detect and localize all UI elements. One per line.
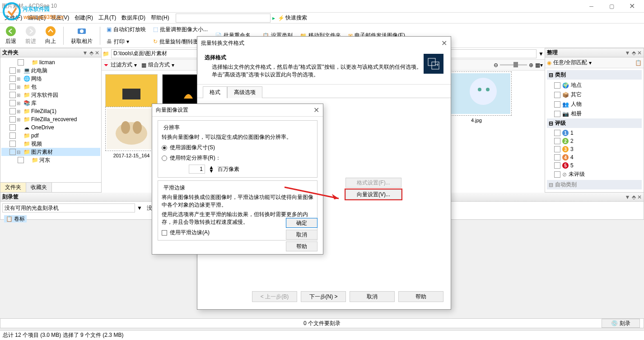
group-mode[interactable]: 组合方式	[148, 61, 170, 69]
svg-point-4	[26, 26, 36, 36]
smooth-legend: 平滑边缘	[162, 184, 187, 192]
quick-search[interactable]: ⚡快速搜索	[278, 14, 307, 22]
tab-format[interactable]: 格式	[203, 86, 227, 98]
search-go-icon[interactable]: ▸	[272, 15, 275, 21]
panel-pin-icon[interactable]: ▼ ⬘ ✕	[82, 50, 99, 56]
rating-item-5[interactable]: 55	[547, 161, 642, 170]
svg-point-9	[470, 78, 497, 105]
match-icon: ◉	[547, 60, 551, 66]
path-dropdown-icon[interactable]: ▼	[538, 51, 544, 57]
status-bar: 总计 12 个项目 (3.0 MB) 选择了 9 个文件 (2.3 MB)	[0, 330, 644, 340]
tree-item-7[interactable]: ⊞📁FileZilla_recovered	[1, 115, 100, 123]
menu-tools[interactable]: 工具(T)	[96, 14, 119, 22]
minimize-button[interactable]: ─	[581, 0, 602, 13]
group-icon: ▦	[141, 62, 146, 68]
maximize-button[interactable]: ▢	[602, 0, 622, 13]
zoom-out-icon[interactable]: ⊖	[494, 62, 498, 68]
tree-item-6[interactable]: ⊞📁FileZilla(1)	[1, 107, 100, 115]
rating-item-2[interactable]: 22	[547, 137, 642, 145]
batch-wizard-icon	[424, 54, 443, 74]
svg-point-3	[6, 26, 16, 36]
batch-header-desc1: 选择输出文件的文件格式，然后单击"格式设置"按钮，以更改与该格式关联的任何选项。	[205, 63, 424, 71]
burner-combo[interactable]: 没有可用的光盘刻录机	[2, 203, 135, 212]
tree-item-8[interactable]: ☁OneDrive	[1, 123, 100, 132]
thumb-image-puppy[interactable]: 2017-12-15_164	[105, 107, 158, 158]
filter-mode[interactable]: 过滤方式	[111, 61, 132, 69]
radio-use-specific[interactable]: 使用特定分辨率(R)：	[162, 154, 313, 162]
batch-help-button[interactable]: 帮助	[398, 291, 443, 302]
cat-group-auto[interactable]: ⊟自动类别	[547, 180, 642, 189]
svg-point-7	[80, 29, 84, 33]
tree-item-2[interactable]: ⊞🌐网络	[1, 75, 100, 83]
category-item-0[interactable]: 🌍地点	[547, 80, 642, 90]
batch-close-button[interactable]: ✕	[441, 39, 447, 47]
cat-group-category[interactable]: ⊟类别	[547, 70, 642, 80]
view-mode-icon[interactable]: ▦▾	[535, 62, 543, 68]
tab-favorites[interactable]: 收藏夹	[26, 183, 52, 192]
category-item-1[interactable]: 📦其它	[547, 90, 642, 99]
path-folder-icon: 📁	[103, 51, 109, 57]
vector-ok-button[interactable]: 确定	[286, 218, 317, 228]
up-button[interactable]: 向上	[42, 25, 60, 46]
burn-button[interactable]: 💿刻录	[602, 319, 640, 328]
burn-label-tag[interactable]: 📋 卷标	[4, 215, 27, 222]
auto-slideshow-button[interactable]: ▣自动幻灯放映	[104, 25, 149, 34]
vector-cancel-button[interactable]: 取消	[286, 230, 317, 240]
tree-item-11[interactable]: ⊟📁图片素材	[1, 148, 100, 156]
tree-item-5[interactable]: ⊞📚库	[1, 99, 100, 107]
menu-help[interactable]: 帮助(H)	[148, 14, 172, 22]
thumb-image-4[interactable]: 4.jpg	[450, 71, 503, 123]
tree-item-0[interactable]: 📁licman	[1, 58, 100, 66]
new-category-icon[interactable]: 📋	[635, 60, 642, 66]
cat-unrated[interactable]: ⊘未评级	[547, 170, 642, 179]
batch-header-desc2: 单击"高级选项"选项卡以设置此向导的选项。	[205, 71, 424, 79]
format-settings-button: 格式设置(F)...	[345, 178, 401, 188]
megapixel-label: 百万像素	[218, 165, 239, 173]
organize-title: 整理	[547, 49, 625, 57]
svg-point-5	[46, 26, 56, 36]
cat-group-rating[interactable]: ⊟评级	[547, 118, 642, 128]
batch-cancel-button[interactable]: 取消	[350, 291, 395, 302]
category-item-2[interactable]: 👥人物	[547, 99, 642, 109]
forward-button[interactable]: 前进	[22, 25, 40, 46]
spin-down[interactable]: ▼	[209, 169, 214, 173]
title-bar: 图片素材 - ACDSee 10 ─ ▢ ✕	[0, 0, 644, 13]
rating-item-3[interactable]: 33	[547, 145, 642, 153]
category-item-3[interactable]: 📷相册	[547, 109, 642, 118]
match-mode[interactable]: 任意/全部匹配	[553, 59, 587, 66]
batch-resize-button[interactable]: ⬚批量调整图像大小...	[150, 25, 210, 34]
folder-panel: 文件夹 ▼ ⬘ ✕ 📁licman⊞💻此电脑⊞🌐网络⊞📁包⊞📁河东软件园⊞📚库⊞…	[0, 48, 102, 193]
menu-database[interactable]: 数据库(D)	[119, 14, 148, 22]
tree-item-3[interactable]: ⊞📁包	[1, 83, 100, 91]
radio-use-source[interactable]: 使用源图像尺寸(S)	[162, 144, 313, 151]
category-tree: ⊟类别 🌍地点📦其它👥人物📷相册 ⊟评级 1122334455 ⊘未评级 ⊟自动…	[545, 68, 644, 192]
vector-dialog-title: 向量图像设置	[156, 106, 188, 114]
print-button[interactable]: 🖶打印 ▾	[104, 37, 149, 47]
tree-item-4[interactable]: ⊞📁河东软件园	[1, 91, 100, 99]
vector-close-button[interactable]: ✕	[313, 106, 319, 114]
get-photo-button[interactable]: 获取相片	[67, 25, 96, 46]
watermark: 河东软件园 www.pc0359.cn	[0, 0, 90, 27]
status-text: 总计 12 个项目 (3.0 MB) 选择了 9 个文件 (2.3 MB)	[3, 331, 123, 339]
rating-item-4[interactable]: 44	[547, 153, 642, 161]
tab-advanced[interactable]: 高级选项	[227, 86, 262, 98]
vector-settings-button[interactable]: 向量设置(V)...	[345, 189, 401, 199]
close-button[interactable]: ✕	[622, 0, 642, 13]
zoom-slider[interactable]: ⊖ ⊕ ▦▾	[494, 62, 543, 68]
menu-bar: 文件(F) 编辑(E) 视图(V) 创建(R) 工具(T) 数据库(D) 帮助(…	[0, 13, 644, 24]
folder-tree[interactable]: 📁licman⊞💻此电脑⊞🌐网络⊞📁包⊞📁河东软件园⊞📚库⊞📁FileZilla…	[0, 57, 101, 182]
svg-point-2	[4, 3, 20, 19]
batch-header-title: 选择格式	[205, 54, 424, 61]
vector-help-button[interactable]: 帮助	[286, 241, 317, 251]
tree-item-1[interactable]: ⊞💻此电脑	[1, 66, 100, 75]
back-button[interactable]: 后退	[2, 25, 20, 46]
menu-search-input[interactable]	[176, 14, 271, 23]
tree-item-10[interactable]: 📁视频	[1, 140, 100, 148]
tree-item-12[interactable]: 📁河东	[1, 156, 100, 164]
tab-folders[interactable]: 文件夹	[0, 183, 26, 192]
megapixel-input[interactable]	[189, 165, 205, 174]
tree-item-9[interactable]: 📁pdf	[1, 132, 100, 140]
rating-item-1[interactable]: 11	[547, 129, 642, 137]
zoom-in-icon[interactable]: ⊕	[529, 62, 533, 68]
next-button[interactable]: 下一步(N) >	[301, 291, 346, 302]
